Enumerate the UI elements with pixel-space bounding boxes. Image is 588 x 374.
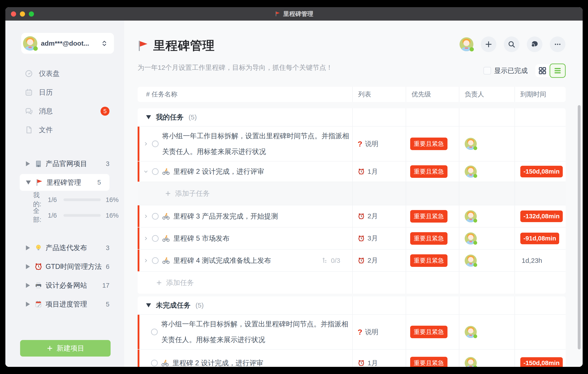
collapse-down-triangle-icon[interactable] (146, 115, 151, 119)
task-list-cell[interactable]: 2月 (353, 250, 406, 271)
task-row[interactable]: 里程碑 5 市场发布 3月 重要且紧急 (138, 228, 566, 250)
list-label: 2月 (368, 256, 378, 265)
group-header-row[interactable]: 未完成任务 (5) (138, 296, 566, 315)
column-header-due[interactable]: 到期时间 (515, 87, 566, 102)
task-assignee-cell[interactable] (459, 228, 515, 249)
list-view-button-active[interactable] (550, 64, 566, 78)
collapse-down-triangle-icon[interactable] (146, 303, 151, 307)
expand-right-triangle-icon[interactable] (26, 245, 30, 250)
add-task-row[interactable]: 添加任务 (138, 272, 566, 294)
sidebar-item-label: 日历 (39, 88, 53, 97)
chevron-right-icon[interactable] (143, 141, 148, 146)
bulb-icon (34, 244, 42, 252)
column-header-task-name[interactable]: # 任务名称 (138, 87, 353, 102)
task-list-cell[interactable]: 3月 (353, 228, 406, 249)
task-row[interactable]: 里程碑 3 产品开发完成，开始提测 2月 重要且紧急 (138, 205, 566, 228)
collapse-down-triangle-icon[interactable] (26, 180, 31, 185)
column-header-assignee[interactable]: 负责人 (459, 87, 515, 102)
task-list-cell[interactable]: 2月 (353, 205, 406, 227)
task-priority-cell[interactable]: 重要且紧急 (406, 162, 459, 182)
chevron-down-icon[interactable] (143, 169, 148, 174)
sidebar-item-label: 消息 (39, 107, 53, 116)
task-priority-cell[interactable]: 重要且紧急 (406, 250, 459, 271)
task-due-cell[interactable]: -91d,08min (515, 228, 566, 249)
task-list-cell[interactable]: 1月 (353, 350, 406, 367)
task-row[interactable]: 里程碑 2 设计完成，进行评审 1月 重要且紧急 (138, 350, 566, 367)
task-due-cell[interactable]: 1d,23h (515, 250, 566, 271)
show-completed-label: 显示已完成 (494, 66, 528, 75)
sidebar-project-design-sites[interactable]: 设计必备网站 17 (5, 276, 124, 295)
task-assignee-cell[interactable] (459, 350, 515, 367)
account-card[interactable]: adm***@doot... (21, 33, 114, 54)
sidebar-item-messages[interactable]: 消息 5 (5, 102, 124, 121)
account-switch-chevron-icon[interactable] (101, 40, 108, 47)
task-assignee-cell[interactable] (459, 315, 515, 349)
task-priority-cell[interactable]: 重要且紧急 (406, 315, 459, 349)
column-header-list[interactable]: 列表 (353, 87, 406, 102)
sidebar-project-milestone-selected[interactable]: 里程碑管理 5 (20, 174, 109, 191)
task-complete-circle[interactable] (152, 168, 159, 175)
sidebar: adm***@doot... 仪表盘 日历 消息 5 (5, 21, 124, 367)
task-priority-cell[interactable]: 重要且紧急 (406, 228, 459, 249)
search-button[interactable] (504, 36, 519, 52)
expand-right-triangle-icon[interactable] (26, 283, 30, 288)
chat-button[interactable] (527, 36, 542, 52)
sidebar-project-gtd[interactable]: GTD时间管理方法 6 (5, 257, 124, 276)
show-completed-checkbox[interactable] (483, 67, 491, 75)
task-complete-circle[interactable] (151, 329, 158, 335)
task-due-cell[interactable]: -132d,08min (515, 205, 566, 227)
more-button[interactable] (550, 36, 566, 52)
task-list-cell[interactable]: 1月 (353, 162, 406, 182)
sidebar-project-official-site[interactable]: 产品官网项目 3 (5, 154, 124, 173)
task-row[interactable]: 里程碑 2 设计完成，进行评审 1月 重要且紧急 (138, 162, 566, 182)
sidebar-project-iteration-release[interactable]: 产品迭代发布 3 (5, 238, 124, 257)
sidebar-item-dashboard[interactable]: 仪表盘 (5, 64, 124, 83)
task-complete-circle[interactable] (152, 257, 159, 264)
task-complete-circle[interactable] (152, 213, 159, 220)
task-row[interactable]: 将小组一年工作目标拆解，设置出里程碑时间节点。并指派相关责任人。用标签来展示进行… (138, 127, 566, 162)
grid-view-button[interactable] (535, 64, 550, 77)
task-due-cell[interactable]: -150d,08min (515, 162, 566, 182)
chevron-right-icon[interactable] (143, 214, 148, 219)
user-avatar[interactable] (460, 37, 473, 51)
task-assignee-cell[interactable] (459, 205, 515, 227)
cyclist-icon (161, 359, 169, 367)
task-list-cell[interactable]: ? 说明 (353, 315, 406, 349)
sidebar-project-schedule[interactable]: 项目进度管理 5 (5, 295, 124, 314)
task-assignee-cell[interactable] (459, 250, 515, 271)
task-row[interactable]: 里程碑 4 测试完成准备线上发布 0/3 2月 重要且紧急 (138, 250, 566, 272)
add-button[interactable] (481, 36, 496, 52)
sidebar-item-files[interactable]: 文件 (5, 121, 124, 139)
task-priority-cell[interactable]: 重要且紧急 (406, 127, 459, 161)
progress-bar (63, 214, 101, 217)
expand-right-triangle-icon[interactable] (26, 302, 30, 307)
cyclist-icon (162, 212, 170, 220)
task-row[interactable]: 将小组一年工作目标拆解，设置出里程碑时间节点。并指派相关责任人。用标签来展示进行… (138, 315, 566, 350)
assignee-avatar (465, 326, 477, 338)
due-badge: -132d,08min (520, 210, 563, 222)
task-due-cell[interactable] (515, 315, 566, 349)
task-list-cell[interactable]: ? 说明 (353, 127, 406, 161)
task-priority-cell[interactable]: 重要且紧急 (406, 350, 459, 367)
task-priority-cell[interactable]: 重要且紧急 (406, 205, 459, 227)
plus-icon (484, 40, 493, 48)
task-complete-circle[interactable] (152, 235, 159, 242)
task-complete-circle[interactable] (151, 360, 158, 366)
priority-badge: 重要且紧急 (410, 210, 448, 222)
sidebar-item-calendar[interactable]: 日历 (5, 83, 124, 102)
task-complete-circle[interactable] (152, 141, 159, 147)
task-assignee-cell[interactable] (459, 162, 515, 182)
expand-right-triangle-icon[interactable] (26, 264, 30, 269)
add-subtask-row[interactable]: 添加子任务 (138, 182, 566, 205)
cyclist-icon (162, 257, 170, 264)
column-header-priority[interactable]: 优先级 (406, 87, 459, 102)
vertical-scrollbar[interactable] (578, 105, 581, 349)
chevron-right-icon[interactable] (143, 258, 148, 263)
task-due-cell[interactable]: -150d,08min (515, 350, 566, 367)
chevron-right-icon[interactable] (143, 236, 148, 241)
task-assignee-cell[interactable] (459, 127, 515, 161)
group-header-row[interactable]: 我的任务 (5) (138, 108, 566, 127)
new-project-button[interactable]: 新建项目 (20, 340, 111, 357)
task-due-cell[interactable] (515, 127, 566, 161)
expand-right-triangle-icon[interactable] (26, 161, 30, 166)
